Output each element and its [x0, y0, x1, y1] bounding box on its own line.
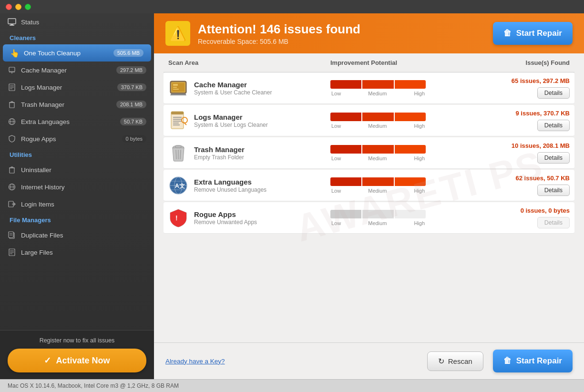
trash-label-medium: Medium	[368, 155, 387, 161]
extralang-details-button[interactable]: Details	[537, 185, 570, 196]
repair-icon-top: 🗑	[503, 29, 512, 38]
minimize-button[interactable]	[15, 4, 21, 10]
extra-languages-desc: Remove Unused Languages	[194, 186, 266, 193]
sidebar-item-login-items[interactable]: Login Items	[0, 196, 154, 213]
logs-label-medium: Medium	[368, 123, 387, 129]
scan-row-left-cache: Cache Manager System & User Cache Cleane…	[168, 78, 330, 98]
login-icon	[8, 200, 16, 208]
extra-languages-name: Extra Languages	[194, 178, 266, 186]
extralang-bar-low	[330, 177, 361, 186]
scan-row-left-trash: Trash Manager Empty Trash Folder	[168, 143, 330, 163]
table-row: ! Rogue Apps Remove Unwanted Apps	[164, 202, 574, 234]
svg-point-5	[11, 72, 12, 73]
sidebar-item-rogue-apps[interactable]: Rogue Apps 0 bytes	[0, 130, 154, 147]
alert-title: Attention! 146 issues found	[198, 22, 485, 37]
start-repair-button-top[interactable]: 🗑 Start Repair	[493, 22, 573, 45]
trash-details-button[interactable]: Details	[537, 152, 570, 164]
sidebar-item-trash-manager[interactable]: Trash Manager 208.1 MB	[0, 96, 154, 113]
extralang-bar-medium	[362, 177, 393, 186]
extralang-progress-area: Low Medium High	[330, 177, 465, 194]
monitor-icon	[8, 18, 16, 26]
rescan-icon: ↻	[438, 357, 444, 366]
trash-issue-count: 10 issues, 208.1 MB	[512, 142, 570, 149]
sidebar-item-cache-manager[interactable]: Cache Manager 297.2 MB	[0, 62, 154, 79]
sidebar-item-status[interactable]: Status	[0, 13, 154, 31]
uninstaller-label: Uninstaller	[21, 166, 146, 174]
rogue-bar-low	[330, 210, 361, 218]
alert-banner: ⚠️ Attention! 146 issues found Recoverab…	[154, 13, 584, 53]
sidebar-item-large-files[interactable]: Large Files	[0, 244, 154, 261]
logs-icon	[8, 83, 16, 92]
extralang-label-low: Low	[331, 188, 341, 194]
logs-manager-name: Logs Manager	[194, 113, 268, 121]
sidebar-item-one-touch-cleanup[interactable]: 👆 One Touch Cleanup 505.6 MB	[3, 44, 151, 62]
hand-icon: 👆	[10, 49, 19, 57]
status-bar-text: Mac OS X 10.14.6, Macbook, Intel Core m3…	[8, 382, 179, 389]
trash-manager-info: Trash Manager Empty Trash Folder	[194, 145, 245, 161]
cache-progress-labels: Low Medium High	[330, 91, 426, 96]
scan-row-left-rogue: ! Rogue Apps Remove Unwanted Apps	[168, 208, 330, 228]
logs-progress-area: Low Medium High	[330, 113, 465, 129]
logs-progress-bar	[330, 113, 426, 121]
extra-languages-info: Extra Languages Remove Unused Languages	[194, 178, 266, 193]
rogue-apps-name: Rogue Apps	[194, 210, 257, 218]
sidebar-item-duplicate-files[interactable]: Duplicate Files	[0, 227, 154, 244]
logs-label-low: Low	[331, 123, 341, 129]
table-row: A文 Extra Languages Remove Unused Languag…	[164, 170, 574, 201]
logs-details-button[interactable]: Details	[537, 120, 570, 131]
trash-bar-high	[395, 145, 426, 154]
sidebar-item-logs-manager[interactable]: Logs Manager 370.7 KB	[0, 79, 154, 96]
warning-icon: ⚠️	[165, 21, 190, 46]
app-body: Status Cleaners 👆 One Touch Cleanup 505.…	[0, 13, 584, 379]
svg-rect-3	[9, 67, 15, 72]
status-bar: Mac OS X 10.14.6, Macbook, Intel Core m3…	[0, 379, 584, 392]
rogue-details-button[interactable]: Details	[537, 217, 570, 228]
traffic-lights	[6, 4, 31, 10]
extralang-progress-bar	[330, 177, 426, 186]
logs-manager-label: Logs Manager	[21, 84, 113, 91]
maximize-button[interactable]	[25, 4, 31, 10]
trash-manager-name: Trash Manager	[194, 145, 245, 154]
rogue-row-right: 0 issues, 0 bytes Details	[465, 207, 570, 228]
cache-bar-medium	[362, 80, 393, 89]
sidebar-item-internet-history[interactable]: Internet History	[0, 178, 154, 196]
sidebar-item-extra-languages[interactable]: Extra Languages 50.7 KB	[0, 113, 154, 130]
logs-issue-count: 9 issues, 370.7 KB	[516, 110, 570, 117]
logs-manager-badge: 370.7 KB	[117, 83, 146, 91]
trash-manager-icon	[168, 143, 188, 163]
logs-bar-medium	[362, 113, 393, 121]
rogue-progress-area: Low Medium High	[330, 210, 465, 226]
already-have-key-link[interactable]: Already have a Key?	[165, 358, 225, 365]
cache-label-low: Low	[331, 91, 341, 96]
start-repair-button-bottom[interactable]: 🗑 Start Repair	[493, 350, 573, 372]
extralang-label-high: High	[414, 188, 425, 194]
rescan-button[interactable]: ↻ Rescan	[427, 351, 483, 371]
svg-rect-0	[8, 19, 16, 24]
table-row: Trash Manager Empty Trash Folder Low Med…	[164, 137, 574, 169]
cache-manager-icon	[168, 78, 188, 98]
extra-languages-badge: 50.7 KB	[120, 118, 146, 125]
extra-languages-label: Extra Languages	[21, 118, 115, 125]
logs-bar-high	[395, 113, 426, 121]
activate-button[interactable]: ✓ Activate Now	[8, 349, 146, 372]
trash-icon	[8, 100, 16, 109]
extralang-label-medium: Medium	[368, 188, 387, 194]
cache-details-button[interactable]: Details	[537, 87, 570, 99]
trash-progress-area: Low Medium High	[330, 145, 465, 161]
sidebar-item-uninstaller[interactable]: Uninstaller	[0, 161, 154, 178]
svg-text:!: !	[175, 214, 178, 222]
trash-progress-bar	[330, 145, 426, 154]
trash-label-high: High	[414, 155, 425, 161]
cache-issue-count: 65 issues, 297.2 MB	[512, 77, 570, 84]
svg-rect-10	[10, 103, 14, 108]
rescan-label: Rescan	[448, 357, 472, 365]
extra-languages-icon: A文	[168, 175, 188, 196]
logs-manager-icon	[168, 111, 188, 131]
one-touch-cleanup-badge: 505.6 MB	[113, 49, 143, 57]
extralang-issue-count: 62 issues, 50.7 KB	[516, 175, 570, 182]
close-button[interactable]	[6, 4, 12, 10]
header-issues: Issue(s) Found	[465, 59, 570, 66]
sidebar-top: Status Cleaners 👆 One Touch Cleanup 505.…	[0, 13, 154, 330]
rogue-bar-high	[395, 210, 426, 218]
logs-manager-info: Logs Manager System & User Logs Cleaner	[194, 113, 268, 128]
